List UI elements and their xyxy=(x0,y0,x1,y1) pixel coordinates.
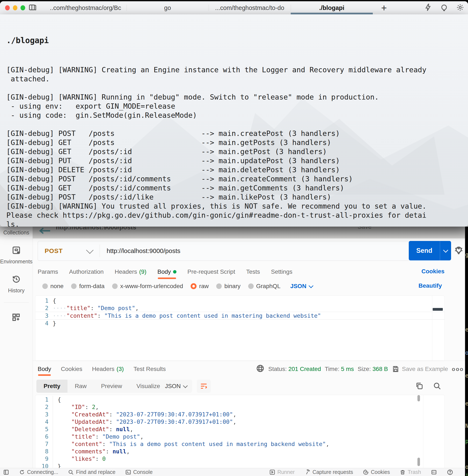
sidebar-divider xyxy=(4,302,29,303)
cookies-button[interactable]: Cookies xyxy=(363,469,390,475)
request-url-bar: POST http://localhost:9000/posts xyxy=(38,241,410,261)
code-line[interactable]: 3····"content": "This is a demo post con… xyxy=(35,312,444,320)
request-tab-tests[interactable]: Tests xyxy=(246,265,260,279)
configure-blocks-icon[interactable] xyxy=(0,312,33,324)
help-icon[interactable] xyxy=(447,469,453,475)
lightbulb-icon[interactable] xyxy=(440,3,448,12)
capture-requests-button[interactable]: Capture requests xyxy=(305,469,353,475)
response-language-select[interactable]: JSON xyxy=(160,380,192,393)
zoom-window-button[interactable] xyxy=(20,5,25,10)
console-icon xyxy=(125,469,131,475)
minimize-window-button[interactable] xyxy=(13,5,17,10)
runner-button[interactable]: Runner xyxy=(269,469,295,475)
search-response-icon[interactable] xyxy=(433,382,441,391)
request-language-select[interactable]: JSON xyxy=(290,283,313,290)
request-body-editor[interactable]: 1{2····"title": "Demo post",3····"conten… xyxy=(35,295,445,361)
request-tab-pre-request-script[interactable]: Pre-request Script xyxy=(188,265,235,279)
floppy-save-icon xyxy=(392,365,399,373)
panel-layout-icon[interactable] xyxy=(431,469,437,475)
terminal-output: [GIN-debug] [WARNING] Creating an Engine… xyxy=(6,65,466,227)
code-line[interactable]: 1{ xyxy=(35,297,444,304)
method-value: POST xyxy=(45,247,63,254)
body-type-raw[interactable]: raw xyxy=(191,283,209,290)
terminal-tab-3[interactable]: ./blogapi xyxy=(291,1,373,14)
collections-label: Collections xyxy=(0,230,33,236)
terminal-window[interactable]: ./blogapi [GIN-debug] [WARNING] Creating… xyxy=(0,14,468,227)
sync-icon xyxy=(19,469,25,475)
code-line[interactable]: 9 "likes": 0 xyxy=(35,455,444,462)
response-tab-cookies[interactable]: Cookies xyxy=(61,362,82,376)
console-button[interactable]: Console xyxy=(125,469,153,475)
send-options-button[interactable] xyxy=(440,241,451,260)
terminal-tab-2[interactable]: ...com/theghostmac/to-do xyxy=(209,1,291,14)
wrap-lines-button[interactable] xyxy=(197,380,211,393)
sidebar-item-history[interactable]: History xyxy=(0,274,33,294)
view-pretty[interactable]: Pretty xyxy=(36,380,68,393)
more-actions-button[interactable]: ooo xyxy=(452,366,464,372)
response-tab-test-results[interactable]: Test Results xyxy=(133,362,166,376)
response-tab-headers[interactable]: Headers(3) xyxy=(92,362,124,376)
chevron-down-icon xyxy=(183,383,188,388)
request-tab-authorization[interactable]: Authorization xyxy=(69,265,103,279)
globe-icon[interactable] xyxy=(256,364,264,374)
code-line[interactable]: 4 "UpdatedAt": "2023-07-27T09:30:47.0739… xyxy=(35,418,444,425)
cookie-icon xyxy=(363,469,369,475)
status-label: Status: xyxy=(268,366,287,372)
code-line[interactable]: 6 "title": "Demo post", xyxy=(35,433,444,440)
url-input[interactable]: http://localhost:9000/posts xyxy=(107,247,180,254)
gear-icon[interactable] xyxy=(456,3,464,12)
send-button[interactable]: Send xyxy=(409,241,451,260)
terminal-tab-1[interactable]: go xyxy=(127,1,209,14)
dimmed-request-tab-row: http://localhost:9000/posts Save xyxy=(33,227,465,238)
code-line[interactable]: 5 "DeletedAt": null, xyxy=(35,425,444,433)
body-type-form-data[interactable]: form-data xyxy=(71,283,104,290)
terminal-tabbar: ..com/theghostmac/org/Bcgo...com/theghos… xyxy=(0,1,468,14)
code-line[interactable]: 8 "comments": null, xyxy=(35,448,444,455)
body-type-none[interactable]: none xyxy=(42,283,63,290)
body-type-x-www-form-urlencoded[interactable]: x-www-form-urlencoded xyxy=(112,283,183,290)
sidebar-item-environments[interactable]: Environments xyxy=(0,245,33,265)
connection-status[interactable]: Connecting... xyxy=(19,469,58,475)
cookies-link[interactable]: Cookies xyxy=(422,268,444,275)
environments-label: Environments xyxy=(0,258,33,265)
code-line[interactable]: 1{ xyxy=(35,396,444,403)
close-window-button[interactable] xyxy=(5,5,10,10)
environments-icon xyxy=(11,250,21,256)
request-tab-params[interactable]: Params xyxy=(38,265,58,279)
code-line[interactable]: 2····"title": "Demo post", xyxy=(35,304,444,312)
code-line[interactable]: 4} xyxy=(35,320,444,327)
lightning-icon[interactable] xyxy=(424,3,432,12)
method-select[interactable]: POST xyxy=(38,245,100,257)
view-raw[interactable]: Raw xyxy=(68,380,94,393)
size-value: 368 B xyxy=(373,366,388,372)
code-line[interactable]: 2 "ID": 2, xyxy=(35,403,444,411)
code-line[interactable]: 3 "CreatedAt": "2023-07-27T09:30:47.0739… xyxy=(35,411,444,418)
request-tab-settings[interactable]: Settings xyxy=(271,265,292,279)
body-type-graphql[interactable]: GraphQL xyxy=(248,283,280,290)
time-label: Time: xyxy=(325,366,339,372)
find-and-replace-button[interactable]: Find and replace xyxy=(68,469,115,475)
send-label: Send xyxy=(409,247,440,254)
save-as-example-button[interactable]: Save as Example xyxy=(392,365,448,373)
beautify-link[interactable]: Beautify xyxy=(419,282,442,289)
statusbar-sidebar-toggle-icon[interactable] xyxy=(3,469,9,475)
request-tab-headers[interactable]: Headers(9) xyxy=(115,265,146,279)
body-type-binary[interactable]: binary xyxy=(216,283,240,290)
request-tab-body[interactable]: Body xyxy=(157,265,176,279)
response-body-editor[interactable]: 1{2 "ID": 2,3 "CreatedAt": "2023-07-27T0… xyxy=(35,395,445,471)
sidebar-toggle-icon[interactable] xyxy=(28,3,37,13)
response-tab-body[interactable]: Body xyxy=(38,362,51,376)
dimmed-save-button: Save xyxy=(358,227,371,230)
body-type-radios: noneform-datax-www-form-urlencodedrawbin… xyxy=(42,281,313,292)
hint-lightbulb-icon[interactable] xyxy=(453,245,464,257)
code-line[interactable]: 7 "content": "This is a demo post conten… xyxy=(35,440,444,448)
trash-button[interactable]: Trash xyxy=(400,469,421,475)
new-tab-button[interactable]: + xyxy=(377,2,391,14)
terminal-title: ./blogapi xyxy=(6,36,466,45)
view-preview[interactable]: Preview xyxy=(94,380,129,393)
background-editor-strip: geoeeNpoin xyxy=(465,227,468,476)
sidebar-item-collections[interactable]: Collections xyxy=(0,230,33,236)
terminal-tab-0[interactable]: ..com/theghostmac/org/Bc xyxy=(44,1,127,14)
antenna-icon xyxy=(305,469,310,475)
copy-response-icon[interactable] xyxy=(415,382,424,391)
